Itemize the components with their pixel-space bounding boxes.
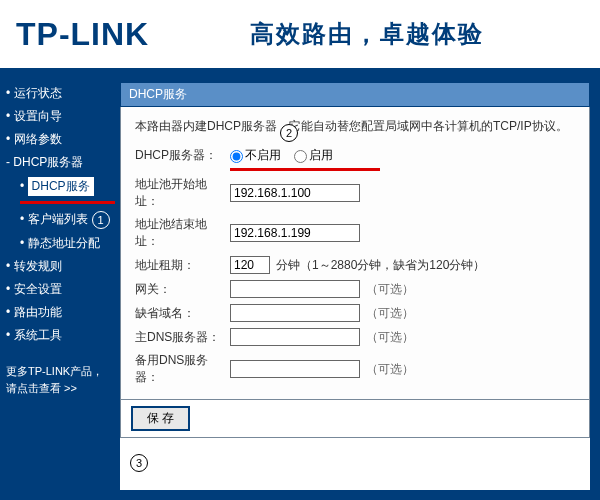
label-gateway: 网关： bbox=[135, 281, 230, 298]
dns1-input[interactable] bbox=[230, 328, 360, 346]
annotation-1: 1 bbox=[92, 211, 110, 229]
opt-1: （可选） bbox=[366, 282, 414, 296]
label-dns2: 备用DNS服务器： bbox=[135, 352, 230, 386]
dhcp-radio-group: 不启用 启用 bbox=[230, 147, 343, 164]
sidebar-item-security[interactable]: 安全设置 bbox=[6, 278, 114, 301]
sidebar-item-routing[interactable]: 路由功能 bbox=[6, 301, 114, 324]
label-start: 地址池开始地址： bbox=[135, 176, 230, 210]
lease-hint: 分钟（1～2880分钟，缺省为120分钟） bbox=[276, 258, 485, 272]
opt-4: （可选） bbox=[366, 362, 414, 376]
sidebar-item-wizard[interactable]: 设置向导 bbox=[6, 105, 114, 128]
radio-disable[interactable]: 不启用 bbox=[230, 148, 281, 162]
panel-desc: 本路由器内建DHCP服务器，它能自动替您配置局域网中各计算机的TCP/IP协议。 bbox=[135, 117, 575, 136]
label-end: 地址池结束地址： bbox=[135, 216, 230, 250]
opt-2: （可选） bbox=[366, 306, 414, 320]
dns2-input[interactable] bbox=[230, 360, 360, 378]
header: TP-LINK 高效路由，卓越体验 bbox=[0, 0, 600, 72]
sidebar-item-network[interactable]: 网络参数 bbox=[6, 128, 114, 151]
label-dns1: 主DNS服务器： bbox=[135, 329, 230, 346]
label-lease: 地址租期： bbox=[135, 257, 230, 274]
sidebar-item-static-addr[interactable]: 静态地址分配 bbox=[20, 232, 114, 255]
start-input[interactable] bbox=[230, 184, 360, 202]
label-server: DHCP服务器： bbox=[135, 147, 230, 164]
slogan: 高效路由，卓越体验 bbox=[149, 18, 584, 50]
save-button[interactable]: 保 存 bbox=[131, 406, 190, 431]
lease-input[interactable] bbox=[230, 256, 270, 274]
end-input[interactable] bbox=[230, 224, 360, 242]
gateway-input[interactable] bbox=[230, 280, 360, 298]
sidebar-item-system[interactable]: 系统工具 bbox=[6, 324, 114, 347]
radio-enable[interactable]: 启用 bbox=[294, 148, 333, 162]
sidebar-item-dhcp-service[interactable]: DHCP服务 bbox=[20, 174, 114, 199]
opt-3: （可选） bbox=[366, 330, 414, 344]
domain-input[interactable] bbox=[230, 304, 360, 322]
sidebar-item-forwarding[interactable]: 转发规则 bbox=[6, 255, 114, 278]
logo: TP-LINK bbox=[16, 16, 149, 53]
content-area: DHCP服务 本路由器内建DHCP服务器，它能自动替您配置局域网中各计算机的TC… bbox=[120, 82, 590, 490]
sidebar-footer[interactable]: 更多TP-LINK产品，请点击查看 >> bbox=[6, 363, 114, 396]
sidebar-item-status[interactable]: 运行状态 bbox=[6, 82, 114, 105]
sidebar: 运行状态 设置向导 网络参数 DHCP服务器 DHCP服务 客户端列表1 静态地… bbox=[0, 72, 120, 500]
highlight-line bbox=[20, 201, 115, 204]
sidebar-item-client-list[interactable]: 客户端列表1 bbox=[20, 208, 114, 232]
panel-title: DHCP服务 bbox=[120, 82, 590, 107]
label-domain: 缺省域名： bbox=[135, 305, 230, 322]
annotation-3: 3 bbox=[130, 454, 148, 472]
annotation-2: 2 bbox=[280, 124, 298, 142]
sidebar-item-dhcp-server[interactable]: DHCP服务器 bbox=[6, 151, 114, 174]
highlight-line-2 bbox=[230, 168, 380, 171]
